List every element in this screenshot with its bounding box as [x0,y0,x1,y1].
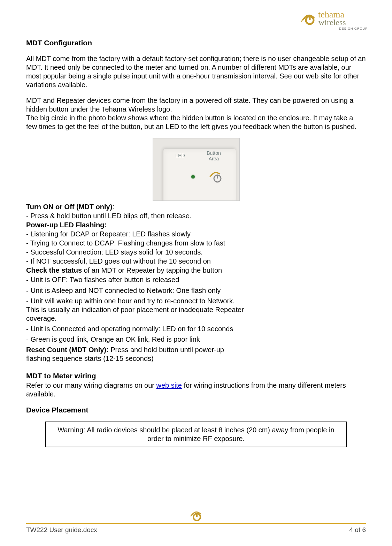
reset-count-line: Reset Count (MDT Only): Press and hold b… [26,346,249,363]
text: The big circle in the photo below shows … [26,114,356,130]
footer-logo-icon [186,507,207,523]
list-item: - Unit will wake up within one hour and … [26,296,249,323]
list-item: - Trying to Connect to DCAP: Flashing ch… [26,239,366,248]
heading-mdt-wiring: MDT to Meter wiring [26,371,366,380]
photo-label-button: Button Area [203,151,224,161]
footer-filename: TW222 User guide.docx [26,526,97,534]
list-item: - Unit is Connected and operating normal… [26,324,366,333]
list-item: - Green is good link, Orange an OK link,… [26,335,366,344]
company-logo: tehama wireless DESIGN GROUP [294,7,371,33]
list-item: - Listening for DCAP or Repeater: LED fl… [26,230,366,238]
list-item: - Unit is OFF: Two flashes after button … [26,275,366,284]
footer-page-number: 4 of 6 [349,526,366,534]
paragraph: Refer to our many wiring diagrams on our… [26,381,366,399]
photo-label-led: LED [176,153,185,158]
heading-mdt-config: MDT Configuration [26,38,366,47]
list-item: - If NOT successful, LED goes out withou… [26,257,366,266]
instructions-block: Turn ON or Off (MDT only): - Press & hol… [26,203,366,363]
list-item: - Press & hold button until LED blips of… [26,212,366,220]
paragraph: All MDT come from the factory with a def… [26,54,366,89]
device-photo: LED Button Area [153,138,240,201]
subhead-powerup: Power-up LED Flashing: [26,221,366,229]
subhead-turn-on: Turn ON or Off (MDT only) [26,203,112,211]
device-logo-icon [207,168,224,185]
heading-device-placement: Device Placement [26,405,366,415]
tehama-logo-icon: tehama wireless DESIGN GROUP [294,7,371,31]
page-footer: TW222 User guide.docx 4 of 6 [0,523,392,534]
list-item: - Unit is Asleep and NOT connected to Ne… [26,286,366,295]
warning-box: Warning: All radio devices should be pla… [45,422,347,447]
website-link[interactable]: web site [156,381,182,389]
subhead-check-status: Check the status [26,266,82,274]
page-content: MDT Configuration All MDT come from the … [26,38,366,447]
led-dot-icon [191,175,195,179]
svg-text:DESIGN GROUP: DESIGN GROUP [339,27,368,30]
paragraph: MDT and Repeater devices come from the f… [26,96,366,131]
text: MDT and Repeater devices come from the f… [26,97,353,113]
svg-text:wireless: wireless [318,18,346,27]
list-item: - Successful Connection: LED stays solid… [26,248,366,257]
